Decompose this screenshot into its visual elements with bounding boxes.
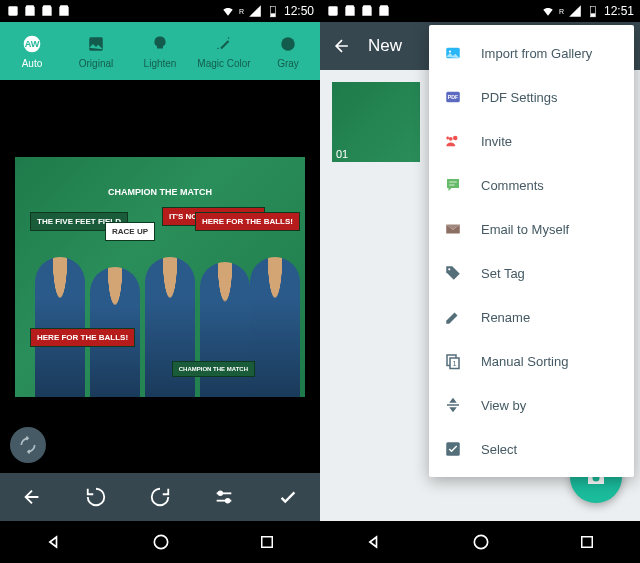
sign-balls: HERE FOR THE BALLS! bbox=[30, 328, 135, 347]
right-content: New 01 Import from Gallery PDF PDF Setti… bbox=[320, 22, 640, 521]
rotate-ccw-icon bbox=[85, 486, 107, 508]
menu-select[interactable]: Select bbox=[429, 427, 634, 471]
menu-label: View by bbox=[481, 398, 526, 413]
nav-recent[interactable] bbox=[578, 533, 596, 551]
menu-set-tag[interactable]: Set Tag bbox=[429, 251, 634, 295]
thumbnail[interactable]: 01 bbox=[332, 82, 420, 162]
arrow-left-icon bbox=[21, 486, 43, 508]
svg-point-8 bbox=[281, 37, 295, 51]
menu-rename[interactable]: Rename bbox=[429, 295, 634, 339]
photo-viewport[interactable]: CHAMPION THE MATCH THE FIVE FEET FIELD R… bbox=[0, 80, 320, 473]
svg-point-7 bbox=[217, 47, 219, 49]
nav-home[interactable] bbox=[471, 532, 491, 552]
sort-icon: 1 bbox=[443, 351, 463, 371]
rotate-fab[interactable] bbox=[10, 427, 46, 463]
svg-point-13 bbox=[154, 535, 167, 548]
status-bar-right: R 12:51 bbox=[320, 0, 640, 22]
nav-back[interactable] bbox=[364, 532, 384, 552]
image-icon bbox=[86, 34, 106, 54]
clock: 12:50 bbox=[284, 4, 314, 18]
rotate-right-button[interactable] bbox=[140, 477, 180, 517]
svg-rect-14 bbox=[262, 537, 273, 548]
menu-label: Email to Myself bbox=[481, 222, 569, 237]
wifi-icon bbox=[541, 4, 555, 18]
filter-bar: AW Auto Original Lighten Magic Color Gra… bbox=[0, 22, 320, 80]
svg-point-26 bbox=[448, 268, 450, 270]
check-icon bbox=[277, 486, 299, 508]
menu-label: Comments bbox=[481, 178, 544, 193]
shop-icon bbox=[343, 4, 357, 18]
menu-invite[interactable]: Invite bbox=[429, 119, 634, 163]
thumbnail-number: 01 bbox=[336, 148, 348, 160]
nav-bar-left bbox=[0, 521, 320, 563]
menu-view-by[interactable]: View by bbox=[429, 383, 634, 427]
menu-comments[interactable]: Comments bbox=[429, 163, 634, 207]
network-label: R bbox=[559, 8, 564, 15]
menu-pdf-settings[interactable]: PDF PDF Settings bbox=[429, 75, 634, 119]
svg-rect-15 bbox=[328, 6, 337, 15]
menu-label: Manual Sorting bbox=[481, 354, 568, 369]
auto-icon: AW bbox=[22, 34, 42, 54]
menu-label: PDF Settings bbox=[481, 90, 558, 105]
right-phone: R 12:51 New 01 Import from G bbox=[320, 0, 640, 563]
adjust-button[interactable] bbox=[204, 477, 244, 517]
menu-manual-sorting[interactable]: 1 Manual Sorting bbox=[429, 339, 634, 383]
photo-banner: CHAMPION THE MATCH bbox=[108, 187, 212, 197]
menu-label: Select bbox=[481, 442, 517, 457]
nav-bar-right bbox=[320, 521, 640, 563]
shop-icon bbox=[377, 4, 391, 18]
nav-back[interactable] bbox=[44, 532, 64, 552]
app-title: New bbox=[368, 36, 402, 56]
nav-home[interactable] bbox=[151, 532, 171, 552]
rotate-cw-icon bbox=[149, 486, 171, 508]
filter-lighten[interactable]: Lighten bbox=[128, 34, 192, 69]
back-button[interactable] bbox=[332, 36, 352, 56]
menu-label: Invite bbox=[481, 134, 512, 149]
svg-text:PDF: PDF bbox=[448, 94, 459, 100]
confirm-button[interactable] bbox=[268, 477, 308, 517]
sliders-icon bbox=[213, 486, 235, 508]
notif-icon bbox=[6, 4, 20, 18]
arrow-left-icon bbox=[332, 36, 352, 56]
filter-gray[interactable]: Gray bbox=[256, 34, 320, 69]
svg-text:1: 1 bbox=[452, 359, 456, 368]
viewby-icon bbox=[443, 395, 463, 415]
circle-home-icon bbox=[151, 532, 171, 552]
signal-icon bbox=[568, 4, 582, 18]
rotate-pair-icon bbox=[18, 435, 38, 455]
svg-point-12 bbox=[226, 499, 230, 503]
battery-icon bbox=[586, 4, 600, 18]
svg-rect-17 bbox=[591, 13, 596, 16]
svg-point-6 bbox=[228, 37, 230, 39]
filter-auto[interactable]: AW Auto bbox=[0, 34, 64, 69]
signal-icon bbox=[248, 4, 262, 18]
filter-magic[interactable]: Magic Color bbox=[192, 34, 256, 69]
invite-icon bbox=[443, 131, 463, 151]
svg-point-19 bbox=[449, 50, 451, 52]
overflow-menu: Import from Gallery PDF PDF Settings Inv… bbox=[429, 25, 634, 477]
wand-icon bbox=[214, 34, 234, 54]
pdf-icon: PDF bbox=[443, 87, 463, 107]
filter-original[interactable]: Original bbox=[64, 34, 128, 69]
person bbox=[35, 257, 85, 397]
person bbox=[250, 257, 300, 397]
status-bar-left: R 12:50 bbox=[0, 0, 320, 22]
menu-email-myself[interactable]: Email to Myself bbox=[429, 207, 634, 251]
nav-recent[interactable] bbox=[258, 533, 276, 551]
bulb-icon bbox=[150, 34, 170, 54]
svg-text:AW: AW bbox=[25, 39, 40, 49]
notif-icon bbox=[326, 4, 340, 18]
shop-icon bbox=[57, 4, 71, 18]
circle-home-icon bbox=[471, 532, 491, 552]
svg-point-23 bbox=[449, 137, 453, 141]
svg-rect-34 bbox=[582, 537, 593, 548]
back-button[interactable] bbox=[12, 477, 52, 517]
sign-champ: CHAMPION THE MATCH bbox=[172, 361, 255, 377]
square-recent-icon bbox=[578, 533, 596, 551]
network-label: R bbox=[239, 8, 244, 15]
menu-import-gallery[interactable]: Import from Gallery bbox=[429, 31, 634, 75]
shop-icon bbox=[360, 4, 374, 18]
rotate-left-button[interactable] bbox=[76, 477, 116, 517]
shop-icon bbox=[23, 4, 37, 18]
clock: 12:51 bbox=[604, 4, 634, 18]
